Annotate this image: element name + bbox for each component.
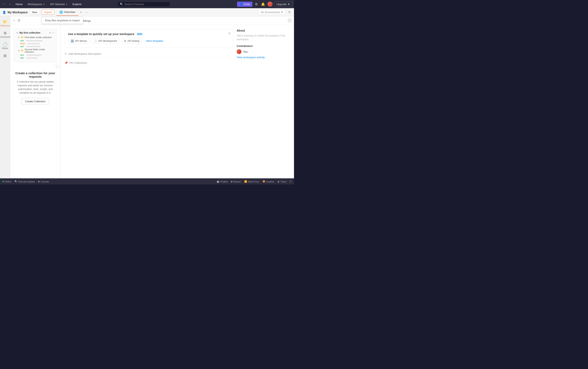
overview-area: Use a template to quickly set up your wo…	[65, 29, 233, 174]
folder2-name: Second folder inside collection	[25, 48, 54, 53]
upgrade-button[interactable]: Upgrade ▼	[274, 1, 292, 7]
overview-icon: 🌐	[60, 10, 63, 14]
workspace-icon: 👤	[2, 11, 6, 14]
bottom-postbot[interactable]: 🤖 Postbot	[217, 180, 228, 183]
sidebar-item-environments[interactable]: ⚙ Environments	[0, 29, 10, 40]
postbot-icon: 🤖	[217, 180, 219, 183]
collection-actions: ☆ ⋯	[49, 31, 54, 34]
empty-state-description: A collection lets you group related requ…	[13, 80, 57, 95]
bottom-start-proxy[interactable]: 📶 Start Proxy	[244, 180, 259, 183]
collection-preview-area: ▼ My first collection ☆ ⋯ ▼ 📁 First fold…	[10, 25, 60, 178]
invite-button[interactable]: 👤 Invite	[237, 2, 252, 7]
new-badge: NEW	[136, 33, 143, 36]
collections-icon: 📁	[3, 20, 7, 24]
api-dev-icon: 📄	[94, 40, 97, 42]
sidebar: 📁 Collections ⚙ Environments 🕐 History ⊞	[0, 16, 10, 178]
avatar[interactable]	[268, 2, 272, 7]
method-get-badge-3: GET	[20, 54, 25, 56]
env-eye-button[interactable]: 👁	[287, 10, 291, 15]
method-line-4	[26, 54, 42, 56]
method-get-badge: GET	[20, 40, 25, 42]
method-row-4: GET	[16, 54, 54, 56]
add-description-row[interactable]: ✎ Add Workspace Description	[65, 51, 233, 57]
import-button[interactable]: Import	[42, 10, 54, 15]
more-tabs-button[interactable]: ⋯	[84, 9, 90, 15]
description-icon: ✎	[65, 52, 67, 55]
back-button[interactable]: ←	[2, 2, 7, 6]
method-line-2	[28, 43, 40, 44]
sidebar-item-history[interactable]: 🕐 History	[0, 41, 10, 51]
search-icon: 🔍	[120, 3, 123, 6]
settings-button[interactable]: ⚙	[254, 1, 259, 7]
method-row-2: POST	[16, 42, 54, 45]
pin-icon: 📌	[65, 61, 68, 64]
api-demos-icon: 🆕	[71, 40, 74, 42]
about-section: About Add a summary to outline the purpo…	[237, 29, 290, 174]
contributor-avatar	[237, 49, 241, 54]
new-button[interactable]: New	[29, 10, 40, 15]
bottom-right: 🤖 Postbot ▶ Runner 📶 Start Proxy 🍪 Cooki…	[217, 180, 291, 183]
trash-icon: 🗑	[277, 180, 280, 183]
template-tab-api-development[interactable]: 📄 API development	[91, 38, 120, 44]
star-icon[interactable]: ☆	[49, 31, 51, 34]
contributors-title: Contributors	[237, 44, 290, 48]
bottom-runner[interactable]: ▶ Runner	[231, 180, 241, 183]
console-icon: ▶	[38, 180, 40, 183]
forward-button[interactable]: →	[7, 2, 12, 6]
folder1-icon: 📁	[21, 36, 24, 39]
workspace-settings-topbar: ⚙ Workspace Settings ⓘ	[60, 16, 294, 25]
sidebar-item-apps[interactable]: ⊞	[0, 52, 10, 60]
bottom-console[interactable]: ▶ Console	[38, 180, 49, 183]
bottom-find-replace[interactable]: 🔍 Find and replace	[15, 180, 35, 183]
expand-panel-button[interactable]: ›	[54, 64, 60, 69]
collections-panel: + ☰ ▼ My first collection ☆ ⋯ ▼	[10, 16, 60, 178]
top-navbar: ← → Home Workspaces ▼ API Network ▼ Expl…	[0, 0, 294, 8]
proxy-icon: 📶	[244, 180, 247, 183]
notifications-button[interactable]: 🔔	[260, 1, 266, 7]
template-banner-close[interactable]: ✕	[228, 31, 231, 35]
template-tab-api-testing[interactable]: ⚙ API testing	[121, 38, 142, 44]
view-workspace-activity-link[interactable]: View workspace activity	[237, 56, 290, 59]
contributor-name: You	[243, 50, 248, 53]
bottom-trash[interactable]: 🗑 Trash	[277, 180, 286, 183]
filter-button[interactable]: ☰	[17, 18, 21, 23]
method-get-badge-2: GET	[20, 45, 25, 48]
environment-selector[interactable]: No Environment ▼	[259, 10, 286, 15]
add-collection-button[interactable]: +	[13, 18, 15, 23]
workspaces-chevron-icon: ▼	[43, 3, 45, 5]
template-tab-api-demos[interactable]: 🆕 API demos	[68, 38, 90, 44]
bottom-online[interactable]: Online	[2, 180, 11, 183]
invite-icon: 👤	[239, 3, 243, 6]
about-description: Add a summary to outline the purpose of …	[237, 34, 290, 41]
bottom-cookies[interactable]: 🍪 Cookies	[262, 180, 274, 183]
folder-2-row[interactable]: ▼ 📁 Second folder inside collection	[16, 48, 54, 53]
create-collection-button[interactable]: Create Collection	[21, 98, 49, 105]
workspace-actions: ✎ Add Workspace Description 📌 Pin Collec…	[65, 51, 233, 66]
nav-workspaces[interactable]: Workspaces ▼	[26, 2, 47, 7]
nav-api-network[interactable]: API Network ▼	[48, 2, 69, 7]
collection-name: My first collection	[20, 31, 40, 34]
add-tab-button[interactable]: +	[79, 9, 84, 16]
sidebar-item-collections[interactable]: 📁 Collections	[0, 18, 10, 29]
template-tab-more[interactable]: More templates	[144, 38, 166, 44]
cookies-icon: 🍪	[262, 180, 265, 183]
search-bar[interactable]: 🔍 Search Postman	[117, 2, 170, 7]
bottom-layout[interactable]: ☷	[289, 180, 291, 183]
nav-explore[interactable]: Explore	[71, 2, 83, 7]
api-network-chevron-icon: ▼	[66, 3, 68, 5]
template-banner: Use a template to quickly set up your wo…	[65, 29, 233, 47]
tab-overview[interactable]: 🌐 Overview	[56, 9, 79, 16]
info-button[interactable]: ⓘ	[288, 18, 291, 23]
pin-collections-row[interactable]: 📌 Pin Collections	[65, 60, 233, 66]
method-line-1	[26, 40, 43, 41]
more-options-icon[interactable]: ⋯	[52, 31, 54, 34]
main-area: 📁 Collections ⚙ Environments 🕐 History ⊞…	[0, 16, 294, 178]
find-replace-icon: 🔍	[15, 180, 17, 183]
method-post-badge: POST	[20, 42, 26, 45]
nav-home[interactable]: Home	[14, 2, 24, 7]
folder2-icon: 📁	[21, 49, 24, 52]
collection-chevron-icon[interactable]: ▼	[16, 32, 18, 34]
template-banner-title: Use a template to quickly set up your wo…	[68, 32, 230, 36]
folder-1-row[interactable]: ▼ 📁 First folder inside collection	[16, 36, 54, 39]
layout-icon: ☷	[289, 180, 291, 183]
